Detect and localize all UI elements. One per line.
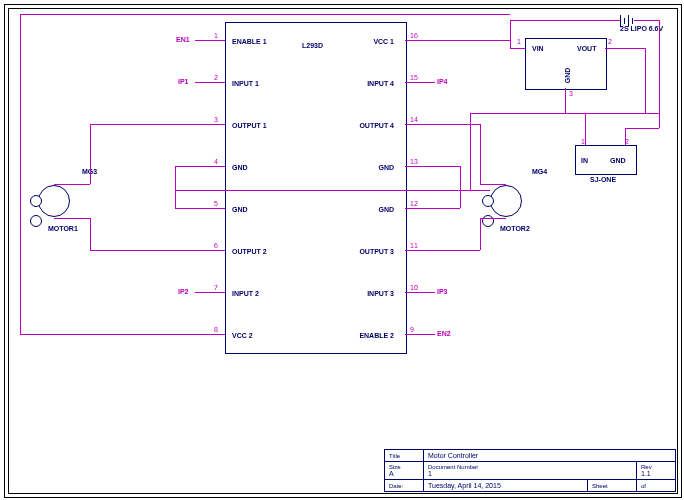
pin-num: 9 [410,326,414,333]
wire [195,292,225,293]
wire [20,14,510,15]
pin-label: INPUT 4 [367,80,394,87]
wire [90,250,225,251]
pin-label: VCC 1 [373,38,394,45]
pin-num: 3 [569,90,573,97]
pin-num: 4 [214,158,218,165]
wire [405,124,480,125]
wire [405,166,460,167]
pin-num: 7 [214,284,218,291]
wire [585,113,586,145]
title-value: Motor Controller [424,450,675,461]
ref-label: MG4 [532,168,547,175]
motor-terminal-icon [482,195,494,207]
wire [90,218,91,250]
pin-num: 15 [410,74,418,81]
of-label: of [641,483,646,489]
pin-num: 6 [214,242,218,249]
wire [659,113,660,128]
wire [195,82,225,83]
pin-num: 8 [214,326,218,333]
pin-num: 1 [214,32,218,39]
wire [470,113,471,190]
pin-num: 14 [410,116,418,123]
wire [405,40,510,41]
pin-num: 2 [608,38,612,45]
wire [405,208,460,209]
wire [625,128,659,129]
sheet-label: Sheet [592,483,608,489]
date-label: Date: [389,483,403,489]
pin-label: OUTPUT 2 [232,248,267,255]
wire [585,113,645,114]
wire [54,218,90,219]
wire [510,48,525,49]
motor-name: MOTOR2 [500,225,530,232]
wire [645,48,646,113]
wire [480,218,506,219]
pin-label: VOUT [577,45,596,52]
rev-value: 1.1 [641,470,671,477]
net-label: IP4 [437,78,448,85]
wire [175,166,176,208]
wire [605,48,645,49]
title-label: Title [389,453,400,459]
net-label: EN2 [437,330,451,337]
doc-value: 1 [428,470,632,477]
chip-l293d [225,22,407,354]
motor1-icon [38,185,70,217]
wire [480,124,481,184]
net-label: IP1 [178,78,189,85]
size-value: A [389,470,419,477]
wire [20,14,21,334]
pin-num: 12 [410,200,418,207]
title-block: Title Motor Controller SizeA Document Nu… [384,449,676,492]
wire [90,124,91,184]
motor-terminal-icon [482,215,494,227]
pin-label: VCC 2 [232,332,253,339]
net-label: EN1 [176,36,190,43]
wire [480,184,506,185]
motor-terminal-icon [30,195,42,207]
pin-label: OUTPUT 1 [232,122,267,129]
pin-label: GND [610,157,626,164]
pin-num: 13 [410,158,418,165]
date-value: Tuesday, April 14, 2015 [424,480,588,491]
motor-name: MOTOR1 [48,225,78,232]
pin-label: GND [378,164,394,171]
wire [90,124,225,125]
pin-label: ENABLE 2 [359,332,394,339]
wire [405,334,435,335]
pin-label: INPUT 1 [232,80,259,87]
wire [460,166,461,208]
net-label: IP3 [437,288,448,295]
wire [510,20,511,48]
pin-num: 2 [214,74,218,81]
wire [20,334,225,335]
wire [175,166,225,167]
motor2-icon [490,185,522,217]
pin-num: 5 [214,200,218,207]
pin-label: GND [232,164,248,171]
wire [510,20,620,21]
chip-name: SJ-ONE [590,176,616,183]
wire [175,190,490,191]
battery-label: 2S LIPO 6.6V [620,25,663,32]
pin-label: GND [564,68,571,84]
wire [480,218,481,250]
wire [659,20,660,113]
pin-num: 1 [517,38,521,45]
wire [195,40,225,41]
pin-label: OUTPUT 3 [359,248,394,255]
motor-terminal-icon [30,215,42,227]
pin-num: 16 [410,32,418,39]
wire [54,184,90,185]
net-label: IP2 [178,288,189,295]
pin-label: OUTPUT 4 [359,122,394,129]
wire [405,292,435,293]
pin-num: 10 [410,284,418,291]
pin-label: GND [232,206,248,213]
pin-label: IN [581,157,588,164]
wire [405,82,435,83]
pin-label: VIN [532,45,544,52]
